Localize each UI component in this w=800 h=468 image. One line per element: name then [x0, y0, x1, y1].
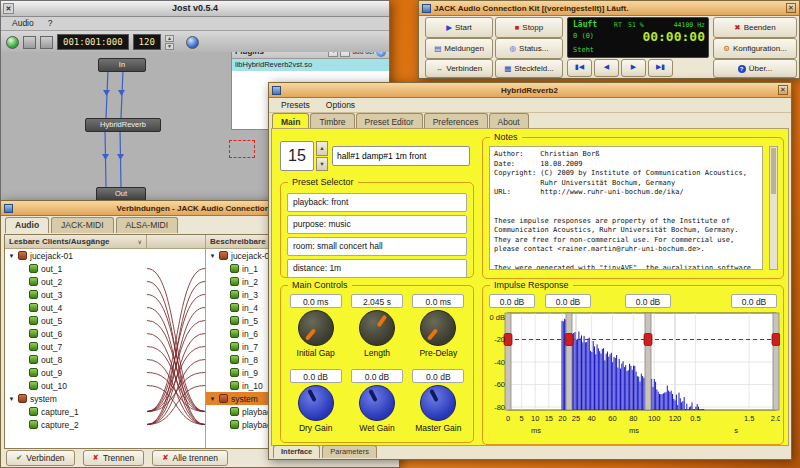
- plugin-list-item[interactable]: libHybridReverb2vst.so: [232, 59, 389, 71]
- start-button[interactable]: ▶ Start: [425, 17, 493, 38]
- connections-tab[interactable]: Audio: [5, 217, 49, 233]
- knob[interactable]: [359, 385, 395, 421]
- tree-row[interactable]: ▼ out_3: [5, 288, 147, 301]
- transport-button[interactable]: ▶▮: [648, 59, 673, 77]
- connections-tab[interactable]: ALSA-MIDI: [116, 217, 179, 233]
- notes-scrollbar[interactable]: [769, 146, 778, 270]
- preset-combo[interactable]: distance: 1m: [287, 259, 467, 278]
- readable-clients-header[interactable]: Lesbare Clients/Ausgänge ∨: [5, 235, 147, 249]
- knob-value-box[interactable]: 0.0 dB: [351, 369, 403, 383]
- stop-button[interactable]: [23, 36, 36, 49]
- preset-number[interactable]: 15: [280, 141, 314, 171]
- menu-item[interactable]: Audio: [5, 17, 41, 30]
- graph-node-hybridreverb[interactable]: HybridReverb: [85, 118, 161, 132]
- preset-combo[interactable]: purpose: music: [287, 215, 467, 234]
- tree-row[interactable]: ▼ system: [5, 392, 147, 405]
- tree-row[interactable]: ▼ out_5: [5, 314, 147, 327]
- spin-up-icon[interactable]: ▲: [165, 35, 174, 42]
- about-button[interactable]: ? Über...: [713, 59, 797, 78]
- stop-button[interactable]: ■ Stopp: [495, 17, 563, 38]
- disconnect-all-button-label: Alle trennen: [173, 453, 218, 463]
- tree-row[interactable]: ▼ out_1: [5, 262, 147, 275]
- jost-titlebar[interactable]: ✕ Jost v0.5.4: [1, 1, 389, 17]
- gain-slider-values: 0.0 dB0.0 dB0.0 dB0.0 dB: [483, 294, 783, 308]
- menu-item[interactable]: ?: [41, 17, 60, 30]
- tempo-spinner[interactable]: ▲ ▼: [165, 35, 174, 50]
- graph-node-in[interactable]: In: [98, 58, 146, 72]
- transport-button[interactable]: ◀: [594, 59, 619, 77]
- tree-row-label: out_5: [41, 316, 62, 326]
- bottom-tab[interactable]: Interface: [273, 445, 320, 458]
- spin-down-button[interactable]: ▼: [316, 157, 328, 172]
- disconnect-button[interactable]: ✘ Trennen: [83, 450, 145, 466]
- transport-button[interactable]: ▶: [621, 59, 646, 77]
- jack-status-icon[interactable]: [186, 36, 199, 49]
- knob-value-box[interactable]: 0.0 ms: [412, 294, 464, 308]
- knob-label: Master Gain: [415, 423, 461, 433]
- tree-row[interactable]: ▼ out_10: [5, 379, 147, 392]
- tree-row[interactable]: ▼ out_9: [5, 366, 147, 379]
- knob-value-box[interactable]: 2.045 s: [351, 294, 403, 308]
- connections-tab[interactable]: JACK-MIDI: [51, 217, 114, 233]
- jack-titlebar[interactable]: JACK Audio Connection Kit [(voreingestel…: [419, 1, 799, 16]
- connect-window-button-label: Verbinden: [446, 64, 482, 73]
- tree-row[interactable]: ▼ out_8: [5, 353, 147, 366]
- messages-button[interactable]: ▤ Meldungen: [425, 38, 493, 59]
- sort-indicator-icon[interactable]: ∨: [138, 238, 142, 245]
- tree-row[interactable]: ▼ jucejack-01: [5, 249, 147, 262]
- status-button[interactable]: ◎ Status...: [495, 38, 563, 59]
- spin-down-icon[interactable]: ▼: [165, 43, 174, 50]
- close-icon[interactable]: ✕: [3, 3, 14, 14]
- connect-button[interactable]: ✔ Verbinden: [6, 450, 75, 466]
- slider-value-box[interactable]: 0.0 dB: [545, 294, 591, 308]
- spin-up-button[interactable]: ▲: [316, 141, 328, 156]
- knob-value-box[interactable]: 0.0 ms: [290, 294, 342, 308]
- plugin-info-icon[interactable]: i: [376, 52, 386, 57]
- impulse-plot[interactable]: 0 dB-20-40-60-8005101520254060801001200.…: [484, 310, 780, 438]
- tree-row[interactable]: ▼ out_4: [5, 301, 147, 314]
- plugin-add-button[interactable]: +: [328, 52, 338, 57]
- slider-value-box[interactable]: 0.0 dB: [625, 294, 671, 308]
- disconnect-all-button[interactable]: ✘ Alle trennen: [152, 450, 228, 466]
- expand-icon[interactable]: ▼: [8, 253, 15, 259]
- port-icon: [230, 303, 239, 312]
- record-button[interactable]: [40, 36, 53, 49]
- knob[interactable]: [420, 310, 456, 346]
- knob[interactable]: [420, 385, 456, 421]
- patchbay-button[interactable]: ▦ Steckfeld...: [495, 59, 563, 78]
- hybridreverb-menubar: PresetsOptions: [269, 98, 791, 113]
- expand-icon[interactable]: ▼: [8, 396, 15, 402]
- slider-value-box[interactable]: 0.0 dB: [731, 294, 777, 308]
- bottom-tab[interactable]: Parameters: [322, 445, 377, 458]
- notes-text[interactable]: Author: Christian Borß Date: 18.08.2009 …: [489, 146, 763, 270]
- connect-window-button[interactable]: ↔ Verbinden: [425, 59, 493, 78]
- play-button[interactable]: [6, 36, 19, 49]
- plugins-panel-title: Plugins: [235, 52, 326, 56]
- setup-button[interactable]: ⚙ Konfiguration...: [713, 38, 797, 59]
- preset-name-field[interactable]: hall#1 damp#1 1m front: [332, 146, 470, 166]
- close-button[interactable]: ✕: [786, 3, 796, 13]
- transport-button[interactable]: ▮◀: [567, 59, 592, 77]
- knob[interactable]: [359, 310, 395, 346]
- hybridreverb-titlebar[interactable]: HybridReverb2 ✕: [269, 83, 791, 98]
- knob[interactable]: [298, 385, 334, 421]
- tree-row[interactable]: ▼ out_2: [5, 275, 147, 288]
- expand-icon[interactable]: ▼: [209, 253, 216, 259]
- knob-value-box[interactable]: 0.0 dB: [290, 369, 342, 383]
- quit-button[interactable]: ✖ Beenden: [713, 17, 797, 38]
- knob-value-box[interactable]: 0.0 dB: [412, 369, 464, 383]
- close-button[interactable]: ✕: [778, 85, 788, 95]
- expand-icon[interactable]: ▼: [209, 396, 216, 402]
- menu-item[interactable]: Options: [318, 98, 363, 112]
- tree-row[interactable]: ▼ out_7: [5, 340, 147, 353]
- graph-node-out[interactable]: Out: [96, 187, 146, 201]
- tree-row[interactable]: ▼ capture_1: [5, 405, 147, 418]
- tree-row[interactable]: ▼ out_6: [5, 327, 147, 340]
- knob[interactable]: [298, 310, 334, 346]
- plugin-remove-button[interactable]: −: [340, 52, 350, 57]
- preset-combo[interactable]: playback: front: [287, 193, 467, 212]
- slider-value-box[interactable]: 0.0 dB: [489, 294, 535, 308]
- menu-item[interactable]: Presets: [273, 98, 318, 112]
- preset-combo[interactable]: room: small concert hall: [287, 237, 467, 256]
- tree-row[interactable]: ▼ capture_2: [5, 418, 147, 431]
